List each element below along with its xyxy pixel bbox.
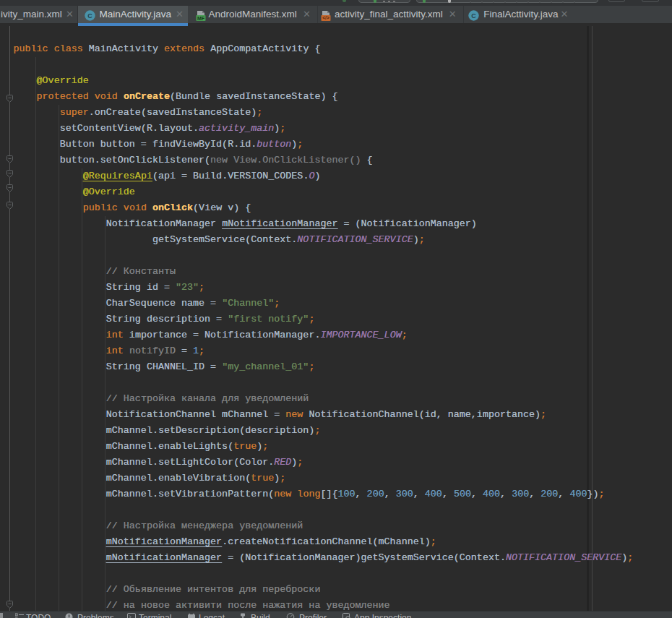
svg-text:</>: </> (322, 15, 329, 20)
svg-text:MF: MF (197, 16, 205, 21)
svg-text:C: C (471, 12, 476, 20)
svg-text:C: C (87, 12, 92, 20)
